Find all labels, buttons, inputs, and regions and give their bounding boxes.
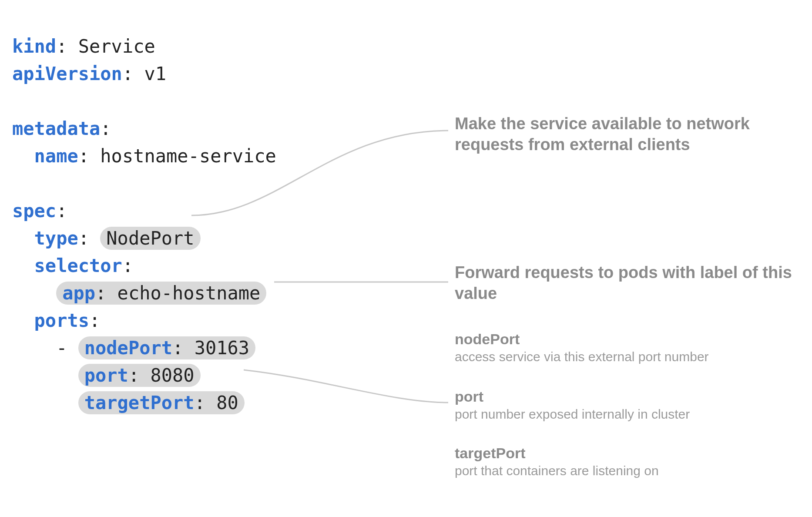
val-nodeport: 30163 [195, 337, 249, 359]
val-name: hostname-service [100, 145, 276, 167]
val-kind: Service [78, 36, 155, 57]
key-name: name [34, 145, 78, 167]
annotation-selector: Forward requests to pods with label of t… [455, 262, 803, 304]
annotation-targetport: targetPort port that containers are list… [455, 445, 659, 478]
key-selector: selector [34, 255, 122, 276]
yaml-code: kind: Service apiVersion: v1 metadata: n… [12, 5, 276, 416]
key-metadata: metadata [12, 118, 100, 139]
annotation-type-text: Make the service available to network re… [455, 113, 803, 155]
key-app: app [62, 282, 95, 304]
annotation-port-desc: port number exposed internally in cluste… [455, 407, 690, 422]
key-apiversion: apiVersion [12, 63, 122, 84]
val-app: echo-hostname [117, 282, 261, 304]
annotation-port-term: port [455, 388, 690, 405]
key-nodeport: nodePort [84, 337, 172, 359]
val-port: 8080 [150, 365, 194, 386]
val-type: NodePort [106, 228, 194, 249]
highlight-selector: app: echo-hostname [56, 282, 266, 305]
annotation-type: Make the service available to network re… [455, 113, 803, 155]
key-type: type [34, 228, 78, 249]
highlight-targetport: targetPort: 80 [78, 391, 245, 414]
annotation-port: port port number exposed internally in c… [455, 388, 690, 422]
key-ports: ports [34, 310, 89, 331]
val-apiversion: v1 [144, 63, 166, 84]
annotation-selector-text: Forward requests to pods with label of t… [455, 262, 803, 304]
annotation-targetport-term: targetPort [455, 445, 659, 462]
highlight-nodeport: nodePort: 30163 [78, 336, 255, 359]
key-kind: kind [12, 36, 56, 57]
annotation-nodeport: nodePort access service via this externa… [455, 331, 709, 364]
key-targetport: targetPort [84, 392, 195, 413]
annotation-nodeport-desc: access service via this external port nu… [455, 349, 709, 364]
key-port: port [84, 365, 128, 386]
highlight-type: NodePort [100, 227, 200, 250]
annotation-nodeport-term: nodePort [455, 331, 709, 348]
key-spec: spec [12, 200, 56, 222]
highlight-port: port: 8080 [78, 364, 201, 387]
annotation-targetport-desc: port that containers are listening on [455, 463, 659, 478]
val-targetport: 80 [216, 392, 238, 413]
